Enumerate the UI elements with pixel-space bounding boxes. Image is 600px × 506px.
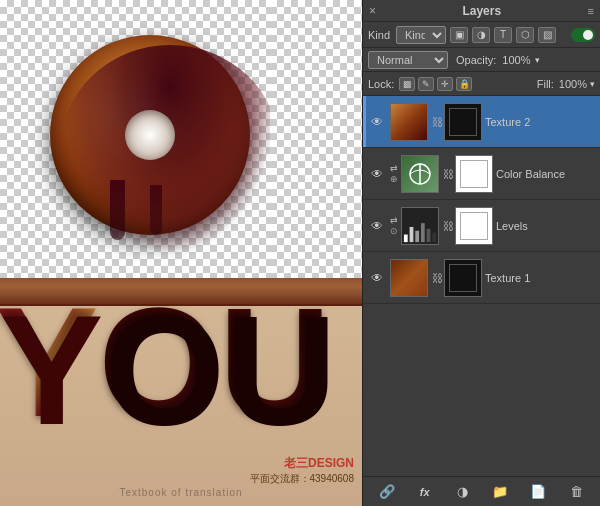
smart-filter-button[interactable]: ▧ xyxy=(538,27,556,43)
svg-rect-3 xyxy=(404,234,408,242)
checker-right xyxy=(270,0,362,278)
chain-link-texture2: ⛓ xyxy=(432,116,443,128)
pixel-filter-button[interactable]: ▣ xyxy=(450,27,468,43)
new-layer-button[interactable]: 📄 xyxy=(527,481,549,503)
layer-name-texture2: Texture 2 xyxy=(485,116,595,128)
svg-rect-5 xyxy=(415,230,419,241)
layer-color-balance[interactable]: 👁 ⇄ ⊕ ⛓ Color Balance xyxy=(363,148,600,200)
opacity-arrow[interactable]: ▾ xyxy=(535,55,540,65)
selected-indicator xyxy=(363,96,366,147)
lock-position-button[interactable]: ✛ xyxy=(437,77,453,91)
svg-rect-8 xyxy=(432,232,436,241)
link-layers-button[interactable]: 🔗 xyxy=(376,481,398,503)
panel-close-button[interactable]: × xyxy=(369,4,376,18)
adj-icon-2: ⊕ xyxy=(390,174,398,184)
canvas-bottom: Y O U Textbook of translation 老三DESIGN 平… xyxy=(0,278,362,506)
svg-rect-6 xyxy=(421,223,425,242)
layer-mask-levels xyxy=(455,207,493,245)
fx-button[interactable]: fx xyxy=(414,481,436,503)
layer-thumbnail-texture1 xyxy=(390,259,428,297)
layer-levels[interactable]: 👁 ⇄ ⊙ ⛓ Levels xyxy=(363,200,600,252)
layers-panel: × Layers ≡ Kind Kind ▣ ◑ T ⬡ ▧ Normal Op… xyxy=(362,0,600,506)
new-fill-adjustment-button[interactable]: ◑ xyxy=(452,481,474,503)
glaze-drip-2 xyxy=(150,185,162,235)
layer-name-texture1: Texture 1 xyxy=(485,272,595,284)
canvas-top xyxy=(0,0,362,278)
svg-rect-4 xyxy=(410,226,414,241)
blend-opacity-row: Normal Opacity: 100% ▾ xyxy=(363,48,600,72)
layer-mask-colorbalance xyxy=(455,155,493,193)
chain-link-texture1: ⛓ xyxy=(432,272,443,284)
brand-subtitle: 平面交流群：43940608 xyxy=(250,472,355,486)
lock-transparent-button[interactable]: ▩ xyxy=(399,77,415,91)
lock-artboard-button[interactable]: 🔒 xyxy=(456,77,472,91)
panel-footer: 🔗 fx ◑ 📁 📄 🗑 xyxy=(363,476,600,506)
layer-mask-texture2 xyxy=(444,103,482,141)
layer-name-levels: Levels xyxy=(496,220,595,232)
cake-image xyxy=(30,15,270,270)
panel-header: × Layers ≡ xyxy=(363,0,600,22)
layer-thumbnail-texture2 xyxy=(390,103,428,141)
layer-texture2[interactable]: 👁 ⛓ Texture 2 xyxy=(363,96,600,148)
opacity-label: Opacity: xyxy=(456,54,496,66)
adj-icon-1: ⇄ xyxy=(390,163,398,173)
you-text-group: Y O U xyxy=(0,293,331,433)
kind-filter-row: Kind Kind ▣ ◑ T ⬡ ▧ xyxy=(363,22,600,48)
layer-visibility-texture2[interactable]: 👁 xyxy=(368,113,386,131)
layer-adj-icons-colorbalance: ⇄ ⊕ xyxy=(390,163,398,184)
letter-y: Y xyxy=(0,293,98,433)
new-group-button[interactable]: 📁 xyxy=(489,481,511,503)
filter-toggle[interactable] xyxy=(571,28,595,42)
layer-thumbnail-levels xyxy=(401,207,439,245)
lock-fill-row: Lock: ▩ ✎ ✛ 🔒 Fill: 100% ▾ xyxy=(363,72,600,96)
glaze-drip-1 xyxy=(110,180,125,240)
layer-visibility-texture1[interactable]: 👁 xyxy=(368,269,386,287)
watermark-text: Textbook of translation xyxy=(119,487,242,498)
letter-o: O xyxy=(98,293,219,433)
adj-icon-3: ⇄ xyxy=(390,215,398,225)
lock-label: Lock: xyxy=(368,78,394,90)
type-filter-button[interactable]: T xyxy=(494,27,512,43)
shape-filter-button[interactable]: ⬡ xyxy=(516,27,534,43)
layer-texture1[interactable]: 👁 ⛓ Texture 1 xyxy=(363,252,600,304)
layer-thumbnail-colorbalance xyxy=(401,155,439,193)
panel-menu-icon[interactable]: ≡ xyxy=(588,5,594,17)
adjustment-filter-button[interactable]: ◑ xyxy=(472,27,490,43)
fill-label: Fill: xyxy=(537,78,554,90)
panel-title: Layers xyxy=(462,4,501,18)
fill-arrow[interactable]: ▾ xyxy=(590,79,595,89)
svg-rect-7 xyxy=(427,228,431,241)
layer-visibility-levels[interactable]: 👁 xyxy=(368,217,386,235)
letter-u: U xyxy=(219,293,331,433)
adj-icon-4: ⊙ xyxy=(390,226,398,236)
fill-value: 100% xyxy=(559,78,587,90)
kind-label: Kind xyxy=(368,29,390,41)
layer-adj-icons-levels: ⇄ ⊙ xyxy=(390,215,398,236)
layer-mask-texture1 xyxy=(444,259,482,297)
kind-dropdown[interactable]: Kind xyxy=(396,26,446,44)
layer-visibility-colorbalance[interactable]: 👁 xyxy=(368,165,386,183)
chain-link-levels: ⛓ xyxy=(443,220,454,232)
brand-name: 老三DESIGN xyxy=(250,455,355,472)
blend-mode-dropdown[interactable]: Normal xyxy=(368,51,448,69)
layers-list: 👁 ⛓ Texture 2 👁 ⇄ ⊕ ⛓ C xyxy=(363,96,600,476)
brand-group: 老三DESIGN 平面交流群：43940608 xyxy=(250,455,355,486)
cake-hole xyxy=(125,110,175,160)
chain-link-colorbalance: ⛓ xyxy=(443,168,454,180)
layer-name-colorbalance: Color Balance xyxy=(496,168,595,180)
opacity-value: 100% xyxy=(502,54,530,66)
lock-image-button[interactable]: ✎ xyxy=(418,77,434,91)
delete-layer-button[interactable]: 🗑 xyxy=(565,481,587,503)
